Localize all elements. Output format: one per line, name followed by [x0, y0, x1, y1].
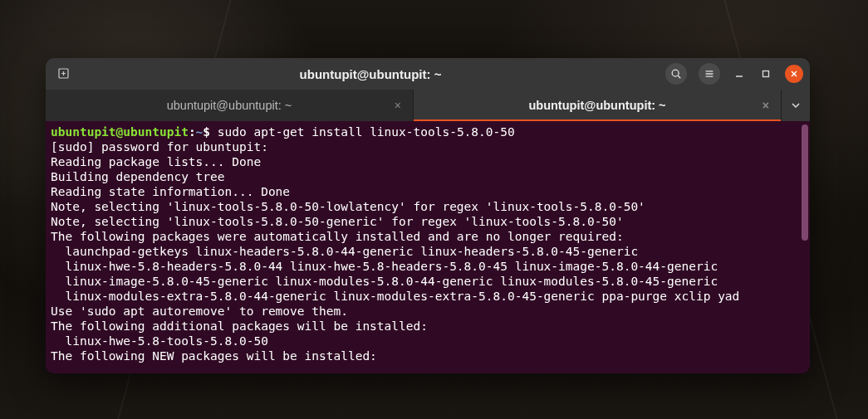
tab-label: ubuntupit@ubuntupit: ~ [167, 99, 292, 112]
prompt-user-host: ubuntupit@ubuntupit [51, 125, 189, 139]
search-button[interactable] [665, 63, 687, 85]
svg-point-3 [672, 70, 679, 76]
output-line: Reading package lists... Done [51, 154, 805, 169]
output-line: [sudo] password for ubuntupit: [51, 139, 805, 154]
hamburger-icon [704, 68, 715, 80]
maximize-icon [761, 69, 771, 79]
tab-inactive[interactable]: ubuntupit@ubuntupit: ~ × [46, 90, 414, 121]
tab-label: ubuntupit@ubuntupit: ~ [528, 99, 665, 112]
output-line: The following additional packages will b… [51, 319, 805, 334]
new-tab-button[interactable] [52, 62, 76, 85]
output-line: linux-hwe-5.8-tools-5.8.0-50 [51, 334, 805, 348]
output-line: Building dependency tree [51, 169, 805, 184]
terminal-output: [sudo] password for ubuntupit:Reading pa… [51, 139, 805, 363]
tab-active[interactable]: ubuntupit@ubuntupit: ~ × [414, 90, 782, 121]
output-line: Note, selecting 'linux-tools-5.8.0-50-ge… [51, 214, 805, 229]
output-line: launchpad-getkeys linux-headers-5.8.0-44… [51, 244, 805, 259]
tab-bar: ubuntupit@ubuntupit: ~ × ubuntupit@ubunt… [46, 90, 810, 121]
window-title: ubuntupit@ubuntupit: ~ [82, 67, 659, 81]
output-line: linux-modules-extra-5.8.0-44-generic lin… [51, 289, 805, 304]
tabs-dropdown-button[interactable] [782, 90, 810, 121]
terminal-window: ubuntupit@ubuntupit: ~ [46, 58, 810, 373]
minimize-button[interactable] [732, 66, 747, 81]
prompt-line: ubuntupit@ubuntupit:~$ sudo apt-get inst… [51, 124, 805, 139]
menu-button[interactable] [699, 63, 720, 85]
titlebar: ubuntupit@ubuntupit: ~ [46, 58, 810, 90]
output-line: The following packages were automaticall… [51, 229, 805, 244]
output-line: linux-image-5.8.0-45-generic linux-modul… [51, 274, 805, 289]
tab-close-button[interactable]: × [395, 99, 401, 112]
scrollbar-thumb[interactable] [802, 124, 808, 241]
close-button[interactable] [785, 65, 803, 83]
output-line: Note, selecting 'linux-tools-5.8.0-50-lo… [51, 199, 805, 214]
tab-close-button[interactable]: × [763, 99, 769, 112]
maximize-button[interactable] [758, 66, 773, 81]
new-tab-icon [57, 67, 71, 80]
terminal-body[interactable]: ubuntupit@ubuntupit:~$ sudo apt-get inst… [46, 121, 810, 373]
svg-line-4 [678, 76, 680, 78]
output-line: The following NEW packages will be insta… [51, 348, 805, 363]
close-icon [790, 70, 798, 78]
prompt-sep: : [189, 125, 196, 139]
search-icon [670, 68, 682, 80]
output-line: Use 'sudo apt autoremove' to remove them… [51, 304, 805, 319]
minimize-icon [734, 69, 744, 79]
prompt-dollar: $ [203, 125, 210, 139]
chevron-down-icon [791, 100, 801, 110]
output-line: linux-hwe-5.8-headers-5.8.0-44 linux-hwe… [51, 259, 805, 274]
command-text: sudo apt-get install linux-tools-5.8.0-5… [210, 125, 515, 139]
titlebar-actions [665, 63, 803, 85]
svg-rect-9 [763, 71, 769, 77]
output-line: Reading state information... Done [51, 184, 805, 199]
